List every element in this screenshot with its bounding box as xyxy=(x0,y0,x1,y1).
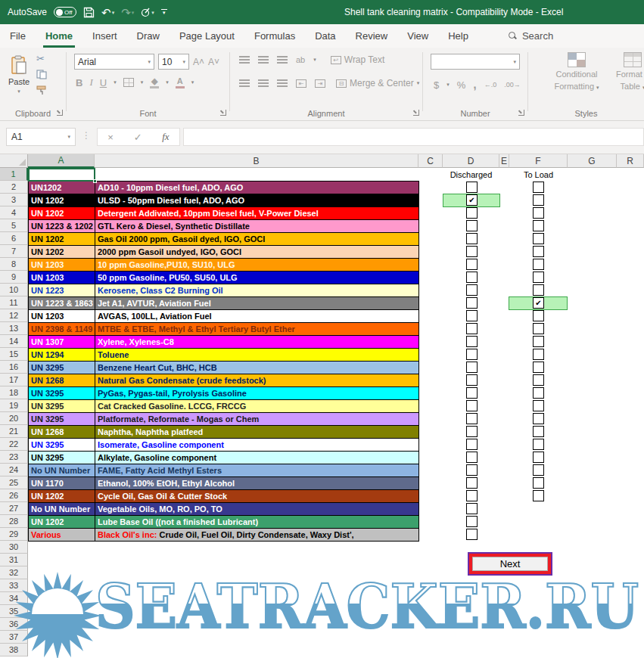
tab-review[interactable]: Review xyxy=(346,24,398,48)
enter-icon[interactable]: ✓ xyxy=(134,132,142,143)
un-number-cell-row-14[interactable]: UN 1307 xyxy=(28,335,95,349)
to-load-checkbox-row-23[interactable] xyxy=(533,452,544,463)
description-cell-row-22[interactable]: Isomerate, Gasoline component xyxy=(95,438,419,452)
row-header-3[interactable]: 3 xyxy=(0,194,28,206)
to-load-checkbox-row-6[interactable] xyxy=(533,233,544,244)
description-cell-row-23[interactable]: Alkylate, Gasoline component xyxy=(95,451,419,464)
align-left-icon[interactable] xyxy=(239,79,250,88)
row-header-19[interactable]: 19 xyxy=(0,399,28,412)
un-number-cell-row-15[interactable]: UN 1294 xyxy=(28,348,95,362)
row-header-12[interactable]: 12 xyxy=(0,309,28,322)
next-button[interactable]: Next xyxy=(468,552,552,576)
un-number-cell-row-16[interactable]: UN 3295 xyxy=(28,361,95,374)
description-cell-row-16[interactable]: Benzene Heart Cut, BHC, HCB xyxy=(95,361,419,374)
select-all-corner[interactable] xyxy=(0,154,28,168)
un-number-cell-row-20[interactable]: UN 3295 xyxy=(28,412,95,426)
to-load-checkbox-row-19[interactable] xyxy=(533,400,544,411)
cut-icon[interactable]: ✂ xyxy=(36,54,45,64)
column-header-G[interactable]: G xyxy=(568,154,617,168)
row-header-4[interactable]: 4 xyxy=(0,206,28,219)
tab-view[interactable]: View xyxy=(397,24,438,48)
un-number-cell-row-3[interactable]: UN 1202 xyxy=(28,194,95,207)
description-cell-row-3[interactable]: ULSD - 50ppm Diesel fuel, ADO, AGO xyxy=(95,194,419,207)
tab-formulas[interactable]: Formulas xyxy=(244,24,305,48)
description-cell-row-19[interactable]: Cat Cracked Gasoline. LCCG, FRCCG xyxy=(95,399,419,413)
discharged-checkbox-row-14[interactable] xyxy=(466,336,478,347)
discharged-checkbox-row-15[interactable] xyxy=(466,349,478,360)
tab-insert[interactable]: Insert xyxy=(82,24,127,48)
wrap-text-button[interactable]: ↩ Wrap Text xyxy=(331,54,385,65)
to-load-checkbox-row-20[interactable] xyxy=(533,413,544,424)
row-header-30[interactable]: 30 xyxy=(0,541,28,554)
clipboard-dialog-launcher[interactable] xyxy=(57,110,63,116)
fill-handle[interactable] xyxy=(93,179,97,183)
description-cell-row-15[interactable]: Toluene xyxy=(95,348,419,362)
comma-format-icon[interactable]: , xyxy=(473,78,476,92)
row-header-24[interactable]: 24 xyxy=(0,464,28,476)
un-number-cell-row-5[interactable]: UN 1223 & 1202 xyxy=(28,219,95,233)
discharged-checkbox-row-4[interactable] xyxy=(466,207,478,219)
un-number-cell-row-27[interactable]: No UN Number xyxy=(28,502,95,516)
row-header-13[interactable]: 13 xyxy=(0,322,28,335)
description-cell-row-14[interactable]: Xylene, Xylenes-C8 xyxy=(95,335,419,349)
to-load-checkbox-row-22[interactable] xyxy=(533,439,544,450)
to-load-checkbox-row-4[interactable] xyxy=(533,207,544,219)
discharged-checkbox-row-24[interactable] xyxy=(466,464,478,476)
description-cell-row-29[interactable]: Black Oil's inc: Crude Oil, Fuel Oil, Di… xyxy=(95,528,419,542)
to-load-checkbox-row-24[interactable] xyxy=(533,464,544,476)
row-header-18[interactable]: 18 xyxy=(0,386,28,399)
discharged-checkbox-row-16[interactable] xyxy=(466,362,478,373)
undo-button[interactable]: ↶▾ xyxy=(101,7,114,18)
align-right-icon[interactable] xyxy=(277,79,288,88)
decrease-indent-icon[interactable]: ⇤ xyxy=(296,79,306,88)
discharged-checkbox-row-2[interactable] xyxy=(466,182,478,193)
accounting-format-icon[interactable]: $ xyxy=(434,79,439,91)
to-load-checkbox-row-9[interactable] xyxy=(533,272,544,283)
autosave-toggle[interactable]: Off xyxy=(54,7,76,17)
increase-decimal-icon[interactable]: ←.0 xyxy=(484,81,497,88)
column-header-A[interactable]: A xyxy=(28,154,95,168)
to-load-checkbox-row-8[interactable] xyxy=(533,259,544,270)
italic-button[interactable]: I xyxy=(89,76,92,88)
to-load-checkbox-row-25[interactable] xyxy=(533,477,544,489)
save-icon[interactable] xyxy=(83,7,95,18)
orientation-icon[interactable]: ab xyxy=(296,55,305,64)
un-number-cell-row-29[interactable]: Various xyxy=(28,528,95,542)
discharged-checkbox-row-22[interactable] xyxy=(466,439,478,450)
description-cell-row-10[interactable]: Kerosene, Class C2 Burning Oil xyxy=(95,284,419,297)
to-load-checkbox-row-3[interactable] xyxy=(533,194,544,206)
row-header-6[interactable]: 6 xyxy=(0,232,28,245)
align-middle-icon[interactable] xyxy=(258,56,269,64)
insert-function-icon[interactable]: fx xyxy=(162,131,169,143)
row-header-27[interactable]: 27 xyxy=(0,502,28,515)
grow-font-icon[interactable]: A˄ xyxy=(193,57,204,67)
description-cell-row-7[interactable]: 2000 ppm Gasoil undyed, IGO, GOCI xyxy=(95,245,419,259)
description-cell-row-21[interactable]: Naphtha, Naphtha platfeed xyxy=(95,425,419,439)
row-header-17[interactable]: 17 xyxy=(0,374,28,386)
tab-data[interactable]: Data xyxy=(305,24,345,48)
discharged-checkbox-row-10[interactable] xyxy=(466,284,478,296)
redo-button[interactable]: ↷▾ xyxy=(121,7,134,18)
to-load-checkbox-row-2[interactable] xyxy=(533,182,544,193)
search-box[interactable]: Search xyxy=(509,30,553,42)
un-number-cell-row-24[interactable]: No UN Number xyxy=(28,464,95,477)
row-header-28[interactable]: 28 xyxy=(0,515,28,528)
tab-page-layout[interactable]: Page Layout xyxy=(170,24,244,48)
merge-center-button[interactable]: ⊟ Merge & Center▾ xyxy=(336,78,419,88)
un-number-cell-row-28[interactable]: UN 1202 xyxy=(28,515,95,529)
row-header-31[interactable]: 31 xyxy=(0,554,28,566)
description-cell-row-17[interactable]: Natural Gas Condensate (crude feedstock) xyxy=(95,374,419,387)
description-cell-row-26[interactable]: Cycle Oil, Gas Oil & Cutter Stock xyxy=(95,489,419,503)
to-load-checkbox-row-15[interactable] xyxy=(533,349,544,360)
column-header-F[interactable]: F xyxy=(509,154,568,168)
tab-draw[interactable]: Draw xyxy=(127,24,170,48)
discharged-checkbox-row-29[interactable] xyxy=(466,529,478,540)
to-load-checkbox-row-16[interactable] xyxy=(533,362,544,373)
discharged-checkbox-row-28[interactable] xyxy=(466,516,478,527)
column-header-C[interactable]: C xyxy=(418,154,443,168)
description-cell-row-13[interactable]: MTBE & ETBE, Methyl & Ethyl Tertiary But… xyxy=(95,322,419,336)
discharged-checkbox-row-17[interactable] xyxy=(466,374,478,386)
row-header-10[interactable]: 10 xyxy=(0,284,28,296)
description-cell-row-18[interactable]: PyGas, Pygas-tail, Pyrolysis Gasoline xyxy=(95,386,419,400)
description-cell-row-9[interactable]: 50 ppm Gasoline, PU50, SU50, ULG xyxy=(95,271,419,284)
